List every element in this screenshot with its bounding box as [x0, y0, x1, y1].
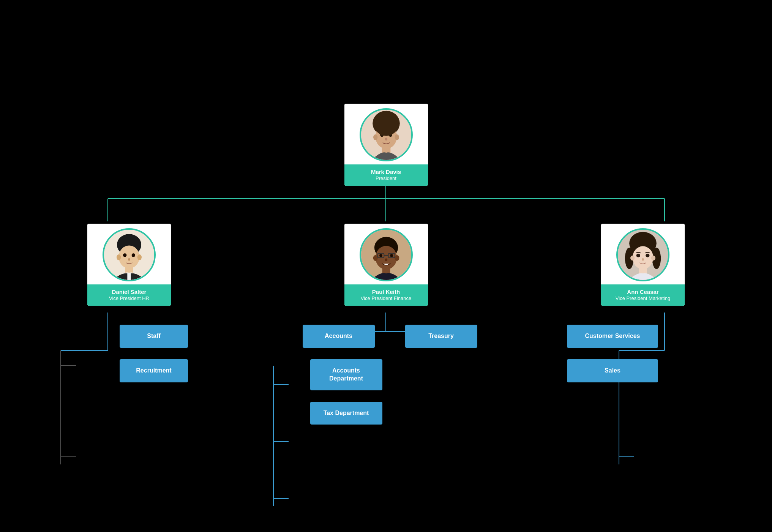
vp-marketing-avatar [616, 228, 669, 281]
level1-row: Mark Davis President [0, 92, 772, 186]
tax-dept-item: Tax Department [310, 402, 382, 425]
marketing-subtree: Customer Services Sales [537, 325, 749, 382]
treasury-box: Treasury [405, 325, 477, 348]
vp-marketing-card: Ann Ceasar Vice President Marketing [601, 224, 685, 306]
svg-point-32 [385, 137, 387, 140]
vp-finance-label: Paul Keith Vice President Finance [344, 284, 428, 306]
svg-point-38 [117, 254, 121, 260]
hr-subtree: Staff Recruitment [70, 325, 188, 382]
president-name: Mark Davis [347, 168, 425, 176]
president-face-svg [361, 110, 411, 160]
hr-staff-box: Staff [120, 325, 188, 348]
svg-point-42 [128, 258, 130, 261]
customer-services-item: Customer Services [567, 325, 749, 348]
svg-point-66 [642, 258, 644, 261]
svg-point-52 [379, 254, 382, 257]
svg-point-65 [646, 254, 649, 257]
sales-item: Sales [567, 359, 749, 382]
vp-hr-avatar [103, 228, 156, 281]
svg-point-63 [651, 256, 655, 260]
vp-hr-label: Daniel Salter Vice President HR [87, 284, 171, 306]
svg-point-48 [395, 255, 399, 261]
svg-point-64 [636, 254, 640, 257]
svg-point-54 [385, 258, 387, 261]
hr-items: Staff Recruitment [70, 325, 188, 382]
vp-finance-name: Paul Keith [347, 288, 425, 296]
svg-point-28 [373, 134, 377, 140]
vp-marketing-col: Ann Ceasar Vice President Marketing Cust… [537, 224, 749, 382]
accounts-dept-item: Accounts Department [310, 359, 382, 390]
accounts-box: Accounts [303, 325, 375, 348]
vp-marketing-name: Ann Ceasar [604, 288, 682, 296]
vp-marketing-face-svg [618, 230, 668, 280]
president-title: President [347, 175, 425, 182]
vp-hr-name: Daniel Salter [90, 288, 168, 296]
finance-subtree: Accounts Accounts Department [272, 325, 500, 425]
president-avatar [360, 108, 413, 161]
vp-marketing-label: Ann Ceasar Vice President Marketing [601, 284, 685, 306]
treasury-col: Treasury [405, 325, 477, 425]
svg-point-39 [137, 254, 142, 260]
vp-finance-avatar [360, 228, 413, 281]
vp-marketing-title: Vice President Marketing [604, 295, 682, 302]
svg-point-61 [633, 246, 654, 269]
accounts-sub: Accounts Department Tax Department [295, 359, 382, 425]
svg-point-29 [395, 134, 399, 140]
level2-row: Daniel Salter Vice President HR Staff Re… [0, 224, 772, 425]
president-label: Mark Davis President [344, 164, 428, 186]
vp-finance-card: Paul Keith Vice President Finance [344, 224, 428, 306]
tax-dept-box: Tax Department [310, 402, 382, 425]
customer-services-box: Customer Services [567, 325, 658, 348]
svg-point-37 [119, 245, 140, 268]
vp-finance-col: Paul Keith Vice President Finance Accoun… [272, 224, 500, 425]
president-card: Mark Davis President [344, 104, 428, 186]
vp-hr-col: Daniel Salter Vice President HR Staff Re… [23, 224, 235, 382]
finance-top-row: Accounts Accounts Department [272, 325, 500, 425]
svg-point-62 [630, 256, 635, 260]
vp-finance-face-svg [361, 230, 411, 280]
svg-point-40 [123, 253, 126, 257]
hr-staff-item: Staff [120, 325, 188, 348]
svg-point-41 [132, 253, 135, 257]
sales-box: Sales [567, 359, 658, 382]
svg-point-34 [374, 116, 397, 136]
svg-point-47 [373, 255, 377, 261]
hr-recruitment-box: Recruitment [120, 359, 188, 382]
accounts-col: Accounts Accounts Department [295, 325, 382, 425]
vp-hr-card: Daniel Salter Vice President HR [87, 224, 171, 306]
org-chart: Mark Davis President [0, 77, 772, 455]
vp-hr-title: Vice President HR [90, 295, 168, 302]
vp-hr-face-svg [104, 230, 154, 280]
vp-finance-title: Vice President Finance [347, 295, 425, 302]
accounts-dept-box: Accounts Department [310, 359, 382, 390]
marketing-items: Customer Services Sales [567, 325, 749, 382]
svg-point-53 [390, 254, 393, 257]
hr-recruitment-item: Recruitment [120, 359, 188, 382]
